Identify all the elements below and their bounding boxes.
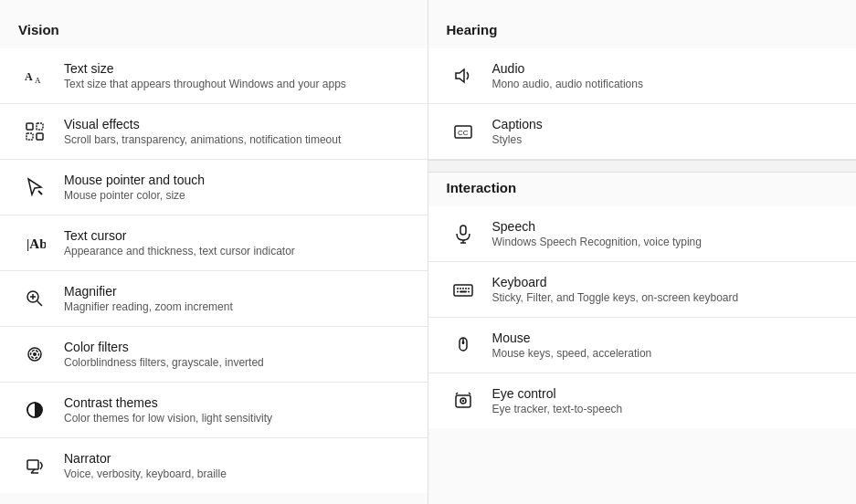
menu-item-narrator[interactable]: Narrator Voice, verbosity, keyboard, bra… [0, 438, 428, 493]
menu-item-text-size[interactable]: A A Text size Text size that appears thr… [0, 48, 428, 104]
hearing-section-title: Hearing [428, 15, 857, 48]
mouse-pointer-title: Mouse pointer and touch [64, 173, 205, 187]
svg-marker-19 [456, 69, 464, 82]
color-filters-desc: Colorblindness filters, grayscale, inver… [64, 356, 264, 369]
text-size-icon: A A [18, 59, 51, 92]
svg-line-9 [37, 301, 43, 307]
narrator-title: Narrator [64, 451, 227, 466]
contrast-themes-title: Contrast themes [64, 395, 272, 410]
visual-effects-text: Visual effects Scroll bars, transparency… [64, 117, 341, 146]
text-size-desc: Text size that appears throughout Window… [64, 78, 346, 90]
audio-icon [447, 59, 480, 92]
svg-rect-2 [26, 123, 33, 130]
eye-control-title: Eye control [492, 386, 623, 401]
mouse-pointer-text: Mouse pointer and touch Mouse pointer co… [64, 173, 205, 202]
left-panel: Vision A A Text size Text size that appe… [0, 0, 428, 504]
contrast-themes-icon [18, 394, 51, 426]
speech-icon [447, 217, 480, 250]
right-panel: Hearing Audio Mono audio, audio notifica… [428, 0, 857, 504]
text-cursor-title: Text cursor [64, 228, 295, 243]
svg-point-40 [461, 400, 463, 402]
menu-item-captions[interactable]: CC Captions Styles [428, 104, 857, 160]
svg-text:|Ab: |Ab [26, 236, 46, 251]
speech-text: Speech Windows Speech Recognition, voice… [492, 219, 702, 248]
mouse-icon [447, 329, 480, 362]
svg-text:CC: CC [458, 129, 469, 137]
interaction-section-title: Interaction [428, 173, 857, 206]
text-size-title: Text size [64, 61, 346, 76]
menu-item-magnifier[interactable]: Magnifier Magnifier reading, zoom increm… [0, 271, 428, 327]
magnifier-text: Magnifier Magnifier reading, zoom increm… [64, 284, 233, 313]
visual-effects-title: Visual effects [64, 117, 341, 131]
captions-title: Captions [492, 117, 543, 131]
color-filters-icon [18, 338, 51, 371]
vision-section-title: Vision [0, 15, 428, 48]
svg-line-6 [38, 191, 42, 194]
text-cursor-icon: |Ab [18, 226, 51, 259]
contrast-themes-text: Contrast themes Color themes for low vis… [64, 395, 272, 425]
eye-control-text: Eye control Eye tracker, text-to-speech [492, 386, 623, 415]
menu-item-audio[interactable]: Audio Mono audio, audio notifications [428, 48, 857, 104]
svg-text:A: A [25, 70, 33, 83]
mouse-pointer-desc: Mouse pointer color, size [64, 189, 205, 202]
keyboard-icon [447, 273, 480, 306]
speech-desc: Windows Speech Recognition, voice typing [492, 236, 702, 248]
keyboard-title: Keyboard [492, 275, 739, 289]
contrast-themes-desc: Color themes for low vision, light sensi… [64, 412, 272, 425]
text-size-text: Text size Text size that appears through… [64, 61, 346, 90]
menu-item-color-filters[interactable]: Color filters Colorblindness filters, gr… [0, 327, 428, 383]
menu-item-mouse-pointer[interactable]: Mouse pointer and touch Mouse pointer co… [0, 160, 428, 215]
svg-rect-5 [37, 133, 43, 140]
menu-item-contrast-themes[interactable]: Contrast themes Color themes for low vis… [0, 383, 428, 438]
narrator-desc: Voice, verbosity, keyboard, braille [64, 467, 227, 480]
audio-text: Audio Mono audio, audio notifications [492, 61, 643, 90]
visual-effects-desc: Scroll bars, transparency, animations, n… [64, 133, 341, 146]
menu-item-eye-control[interactable]: Eye control Eye tracker, text-to-speech [428, 373, 857, 428]
menu-item-speech[interactable]: Speech Windows Speech Recognition, voice… [428, 206, 857, 262]
svg-point-13 [33, 352, 37, 356]
mouse-pointer-icon [18, 171, 51, 204]
section-divider [428, 160, 857, 173]
audio-title: Audio [492, 61, 643, 76]
menu-item-text-cursor[interactable]: |Ab Text cursor Appearance and thickness… [0, 215, 428, 271]
captions-icon: CC [447, 115, 480, 148]
audio-desc: Mono audio, audio notifications [492, 78, 643, 90]
svg-text:A: A [35, 76, 41, 85]
mouse-title: Mouse [492, 331, 652, 345]
text-cursor-desc: Appearance and thickness, text cursor in… [64, 245, 295, 257]
visual-effects-icon [18, 115, 51, 148]
captions-text: Captions Styles [492, 117, 543, 146]
mouse-text: Mouse Mouse keys, speed, acceleration [492, 331, 652, 360]
svg-rect-4 [26, 133, 33, 140]
speech-title: Speech [492, 219, 702, 234]
keyboard-text: Keyboard Sticky, Filter, and Toggle keys… [492, 275, 739, 304]
mouse-desc: Mouse keys, speed, acceleration [492, 347, 652, 360]
captions-desc: Styles [492, 133, 543, 146]
text-cursor-text: Text cursor Appearance and thickness, te… [64, 228, 295, 257]
svg-rect-22 [460, 226, 466, 235]
magnifier-desc: Magnifier reading, zoom increment [64, 300, 233, 313]
svg-rect-25 [454, 285, 472, 296]
magnifier-icon [18, 282, 51, 315]
svg-rect-16 [27, 460, 38, 469]
svg-point-37 [461, 341, 464, 344]
narrator-icon [18, 449, 51, 482]
color-filters-text: Color filters Colorblindness filters, gr… [64, 340, 264, 369]
keyboard-desc: Sticky, Filter, and Toggle keys, on-scre… [492, 291, 739, 304]
menu-item-keyboard[interactable]: Keyboard Sticky, Filter, and Toggle keys… [428, 262, 857, 318]
svg-rect-3 [37, 123, 43, 130]
color-filters-title: Color filters [64, 340, 264, 354]
eye-control-icon [447, 384, 480, 417]
menu-item-visual-effects[interactable]: Visual effects Scroll bars, transparency… [0, 104, 428, 160]
narrator-text: Narrator Voice, verbosity, keyboard, bra… [64, 451, 227, 480]
eye-control-desc: Eye tracker, text-to-speech [492, 403, 623, 415]
magnifier-title: Magnifier [64, 284, 233, 299]
menu-item-mouse[interactable]: Mouse Mouse keys, speed, acceleration [428, 318, 857, 373]
